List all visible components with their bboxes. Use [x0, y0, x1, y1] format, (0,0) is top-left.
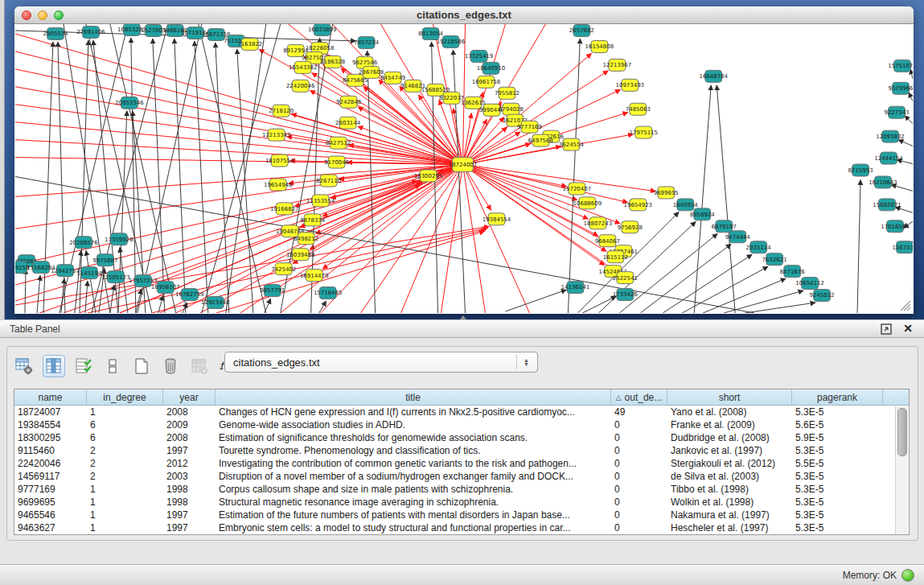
- table-cell[interactable]: 2008: [163, 406, 216, 418]
- network-edge[interactable]: [703, 278, 786, 313]
- table-cell[interactable]: 1997: [163, 522, 216, 534]
- table-row[interactable]: 911546021997Tourette syndrome. Phenomeno…: [14, 444, 909, 457]
- table-cell[interactable]: 1998: [163, 484, 216, 495]
- network-node[interactable]: 19166827: [270, 203, 299, 215]
- resize-grip-icon[interactable]: [901, 301, 910, 311]
- network-node[interactable]: 15751074: [888, 60, 913, 72]
- table-row[interactable]: 977716911998Corpus callosum shape and si…: [14, 483, 909, 496]
- table-cell[interactable]: Jankovic et al. (1997): [667, 445, 792, 456]
- network-node[interactable]: 2803144: [335, 117, 361, 129]
- column-header-title[interactable]: title: [216, 389, 611, 405]
- table-vertical-scrollbar[interactable]: [895, 406, 908, 534]
- column-header-out-de-[interactable]: △out_de...: [611, 389, 667, 405]
- network-node[interactable]: 17359928: [105, 233, 133, 245]
- table-cell[interactable]: Tibbo et al. (1998): [667, 484, 792, 495]
- network-node[interactable]: 12213967: [603, 59, 632, 71]
- table-cell[interactable]: 0: [611, 445, 667, 456]
- table-cell[interactable]: 1: [87, 522, 163, 534]
- network-node[interactable]: 8958924: [690, 208, 716, 220]
- table-settings-icon[interactable]: [14, 356, 35, 377]
- network-node[interactable]: 9857791: [260, 285, 285, 297]
- network-node[interactable]: 13325419: [465, 50, 494, 62]
- table-cell[interactable]: 49: [611, 406, 667, 418]
- table-cell[interactable]: Dudbridge et al. (2008): [667, 432, 792, 443]
- table-cell[interactable]: 5.3E-5: [792, 484, 883, 495]
- table-cell[interactable]: 5.5E-5: [792, 458, 883, 469]
- network-table-dropdown[interactable]: citations_edges.txt ▲▼: [224, 352, 538, 373]
- table-cell[interactable]: Embryonic stem cells: a model to study s…: [216, 522, 611, 534]
- network-edge[interactable]: [682, 266, 768, 313]
- network-node[interactable]: 7857224: [354, 36, 380, 48]
- network-node[interactable]: 18724007: [449, 158, 478, 172]
- network-node[interactable]: 9699695: [654, 187, 679, 199]
- network-node[interactable]: 7632621: [762, 253, 787, 266]
- table-row[interactable]: 946554611997Estimation of the future num…: [14, 509, 909, 521]
- network-edge[interactable]: [131, 38, 136, 313]
- table-cell[interactable]: 2: [87, 458, 163, 469]
- network-node[interactable]: 8427512: [326, 137, 351, 149]
- network-node[interactable]: 2657682: [569, 24, 594, 36]
- table-cell[interactable]: Estimation of the future numbers of pati…: [216, 509, 611, 521]
- table-cell[interactable]: 5.3E-5: [792, 496, 883, 508]
- network-edge[interactable]: [15, 87, 463, 165]
- network-node[interactable]: 22420046: [286, 80, 315, 92]
- table-cell[interactable]: 9777169: [14, 484, 87, 495]
- network-edge[interactable]: [153, 39, 165, 313]
- network-edge[interactable]: [463, 165, 656, 192]
- table-cell[interactable]: 0: [611, 471, 667, 482]
- network-node[interactable]: 16914479: [300, 270, 329, 282]
- network-edge[interactable]: [15, 51, 463, 165]
- table-cell[interactable]: 0: [611, 484, 667, 495]
- table-cell[interactable]: 2003: [163, 471, 216, 482]
- network-node[interactable]: 14136141: [561, 282, 590, 294]
- network-edge[interactable]: [505, 290, 566, 311]
- table-cell[interactable]: Wolkin et al. (1998): [667, 496, 792, 508]
- network-edge[interactable]: [64, 181, 424, 313]
- table-cell[interactable]: 1997: [163, 445, 216, 456]
- network-node[interactable]: 10654112: [795, 278, 824, 290]
- column-header-in-degree[interactable]: in_degree: [87, 389, 163, 405]
- table-cell[interactable]: Structural magnetic resonance image aver…: [216, 496, 611, 508]
- network-node[interactable]: 7955812: [495, 87, 519, 99]
- network-node[interactable]: 15692071: [873, 199, 901, 211]
- memory-ok-indicator[interactable]: [901, 569, 914, 582]
- table-cell[interactable]: Tourette syndrome. Phenomenology and cla…: [216, 445, 611, 456]
- table-row[interactable]: 1830029562008Estimation of significance …: [14, 431, 909, 444]
- table-cell[interactable]: 1: [87, 496, 163, 508]
- table-row[interactable]: 969969511998Structural magnetic resonanc…: [14, 496, 909, 509]
- table-cell[interactable]: 5.3E-5: [792, 406, 883, 418]
- network-node[interactable]: 16210643: [869, 176, 897, 188]
- table-cell[interactable]: 5.3E-5: [792, 471, 883, 482]
- network-node[interactable]: 8878334: [300, 214, 326, 226]
- table-cell[interactable]: 1: [87, 509, 163, 521]
- network-node[interactable]: 20053346: [115, 97, 144, 109]
- network-node[interactable]: 9329966: [888, 82, 913, 94]
- table-cell[interactable]: Franke et al. (2009): [667, 419, 792, 431]
- network-edge[interactable]: [463, 165, 486, 313]
- network-edge[interactable]: [202, 24, 281, 313]
- network-node[interactable]: 2718120: [269, 105, 294, 117]
- table-cell[interactable]: 1998: [163, 496, 216, 508]
- table-cell[interactable]: 2009: [163, 419, 216, 431]
- table-cell[interactable]: 6: [87, 419, 163, 431]
- table-row[interactable]: 1456911722003Disruption of a novel membe…: [14, 470, 909, 483]
- network-node[interactable]: 18640910: [477, 62, 506, 74]
- table-cell[interactable]: 5.6E-5: [792, 419, 883, 431]
- create-table-icon[interactable]: [131, 356, 152, 377]
- network-edge[interactable]: [905, 116, 913, 124]
- table-cell[interactable]: Stergiakouli et al. (2012): [667, 458, 792, 469]
- network-node[interactable]: 8471676: [780, 266, 805, 278]
- scrollbar-thumb[interactable]: [897, 408, 907, 456]
- network-edge[interactable]: [401, 165, 463, 313]
- network-edge[interactable]: [582, 296, 616, 313]
- table-cell[interactable]: Disruption of a novel member of a sodium…: [216, 471, 611, 482]
- table-cell[interactable]: 2012: [163, 458, 216, 469]
- table-cell[interactable]: 14569117: [14, 471, 87, 482]
- network-edge[interactable]: [640, 244, 731, 313]
- table-row[interactable]: 946362711997Embryonic stem cells: a mode…: [14, 521, 909, 534]
- table-cell[interactable]: 6: [87, 432, 163, 443]
- network-edge[interactable]: [694, 85, 711, 313]
- network-canvas[interactable]: 2905574276914061085328715270039466160107…: [15, 24, 913, 313]
- table-cell[interactable]: Yano et al. (2008): [667, 406, 792, 418]
- network-edge[interactable]: [195, 41, 208, 313]
